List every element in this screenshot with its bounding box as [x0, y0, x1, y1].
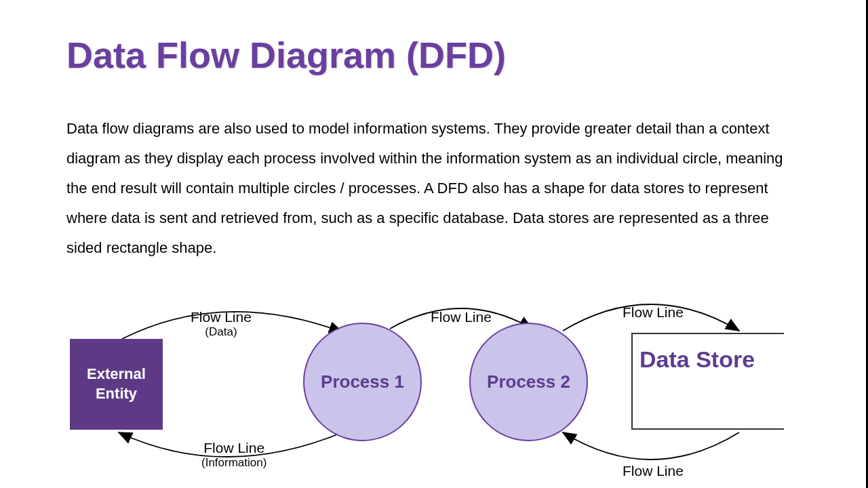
page-title: Data Flow Diagram (DFD) [66, 34, 506, 76]
flow-label-bottom-right: Flow Line [623, 462, 684, 479]
flow-label-main: Flow Line [623, 462, 684, 479]
flow-label-main: Flow Line [623, 304, 684, 321]
data-store-label: Data Store [639, 346, 755, 372]
flow-label-bottom-left: Flow Line (Information) [201, 439, 267, 470]
data-store-box: Data Store [631, 333, 784, 430]
process-2-label: Process 2 [487, 371, 570, 392]
process-1-label: Process 1 [321, 371, 404, 392]
flow-label-main: Flow Line [191, 308, 252, 325]
external-entity-box: External Entity [70, 339, 163, 430]
dfd-diagram: External Entity Process 1 Process 2 Data… [0, 291, 868, 488]
process-1-circle: Process 1 [303, 323, 422, 441]
page: Data Flow Diagram (DFD) Data flow diagra… [0, 0, 868, 488]
external-entity-label: External Entity [70, 365, 163, 403]
flow-label-sub: (Data) [191, 325, 252, 339]
flow-label-top-right: Flow Line [623, 304, 684, 321]
flow-label-sub: (Information) [201, 456, 267, 470]
description-text: Data flow diagrams are also used to mode… [66, 114, 802, 263]
flow-label-top-left: Flow Line (Data) [191, 308, 252, 340]
flow-label-main: Flow Line [431, 308, 492, 325]
process-2-circle: Process 2 [469, 323, 588, 441]
flow-label-main: Flow Line [201, 439, 267, 456]
flow-label-top-mid: Flow Line [431, 308, 492, 325]
